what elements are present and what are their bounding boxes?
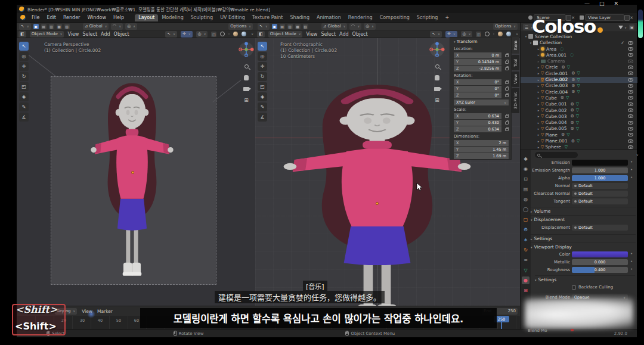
alpha-field[interactable]: 1.000 xyxy=(572,175,628,181)
animate-dot[interactable]: • xyxy=(630,175,633,180)
shading-dropdown[interactable]: ∨ xyxy=(251,32,253,36)
menu-window[interactable]: Window xyxy=(83,14,110,21)
view-menu[interactable]: View xyxy=(67,32,79,37)
visibility-eye-icon[interactable] xyxy=(628,145,633,149)
visibility-eye-icon[interactable] xyxy=(628,114,633,118)
select-box-tool[interactable]: ↖ xyxy=(19,42,29,51)
visibility-eye-icon[interactable] xyxy=(628,127,633,130)
panel-title[interactable]: ▾ Transform xyxy=(454,39,478,44)
material-tab-icon[interactable]: ● xyxy=(522,276,530,284)
transform-orientation-dropdown[interactable]: ⊿Global∨ xyxy=(83,23,109,30)
shading-solid-button[interactable] xyxy=(228,33,230,35)
workspace-tab-uv-editing[interactable]: UV Editing xyxy=(216,14,249,21)
lock-icon[interactable] xyxy=(505,115,509,118)
snap-toggle[interactable]: ◡∨ xyxy=(111,23,123,30)
physics-tab-icon[interactable]: ↻ xyxy=(522,246,530,254)
select-mode-invert-icon[interactable]: ▦ xyxy=(295,24,301,29)
outliner-collection[interactable]: ▾Collection ✓ xyxy=(521,40,637,46)
lock-icon[interactable] xyxy=(505,61,509,64)
outliner-item[interactable]: ▸Area◌ xyxy=(521,46,637,52)
xray-toggle[interactable]: ◫ xyxy=(476,32,481,37)
filter-funnel-icon[interactable] xyxy=(618,26,623,29)
select-mode-extend-icon[interactable]: ▤ xyxy=(280,24,285,29)
select-mode-extend-icon[interactable]: ▤ xyxy=(41,24,47,29)
location-y-field[interactable]: Y0.14349 m xyxy=(454,59,501,65)
workspace-tab-layout[interactable]: Layout xyxy=(135,14,158,21)
outliner-item[interactable]: ▸▽Circle⚙▽ xyxy=(521,64,637,70)
emission-color-field[interactable] xyxy=(572,160,628,166)
options-dropdown[interactable]: Options∨ xyxy=(228,23,253,30)
menu-file[interactable]: File xyxy=(28,14,43,21)
outliner-item-selected[interactable]: ▸▽Circle.002⚙▽ xyxy=(521,77,637,83)
outliner-item[interactable]: ▸▽Cube.004⚙▽ xyxy=(521,120,637,126)
close-button[interactable]: ✕ xyxy=(614,1,619,7)
shading-rendered-button[interactable] xyxy=(242,32,246,36)
overlays-dropdown[interactable]: ◎∨ xyxy=(196,31,208,38)
navigation-gizmo[interactable] xyxy=(429,42,445,57)
sidebar-tab-item[interactable]: Item xyxy=(512,37,519,54)
outliner-item[interactable]: ▸▽Cube⚙▽ xyxy=(521,95,637,101)
select-mode-invert-icon[interactable]: ▦ xyxy=(57,24,62,29)
rotation-z-field[interactable]: Z0° xyxy=(454,92,501,98)
cursor-tool[interactable]: ◎ xyxy=(258,52,267,61)
menu-render[interactable]: Render xyxy=(60,14,83,21)
select-mode-intersect-icon[interactable]: ▧ xyxy=(303,24,308,29)
workspace-tab-compositing[interactable]: Compositing xyxy=(376,14,413,21)
editor-type-dropdown[interactable]: ◧ xyxy=(18,31,26,38)
blender-menu-icon[interactable] xyxy=(20,15,26,20)
constraints-tab-icon[interactable]: ≡ xyxy=(522,256,530,264)
select-mode-new-icon[interactable]: ▣ xyxy=(272,24,277,29)
particles-tab-icon[interactable]: ∗ xyxy=(522,236,530,244)
shading-solid-button[interactable] xyxy=(493,33,494,35)
view-layer-tab-icon[interactable]: ▤ xyxy=(522,185,530,193)
new-view-layer-button[interactable] xyxy=(624,15,630,21)
delete-view-layer-button[interactable]: ✕ xyxy=(630,15,633,20)
object-menu[interactable]: Object xyxy=(114,32,129,37)
select-visibility-dropdown[interactable]: ↖∨ xyxy=(430,31,442,38)
transform-tool[interactable]: ◈ xyxy=(19,92,29,101)
move-tool[interactable]: ✛ xyxy=(19,62,29,71)
scale-z-field[interactable]: Z0.634 xyxy=(454,126,501,132)
lock-icon[interactable] xyxy=(505,54,509,57)
shading-material-button[interactable] xyxy=(233,32,238,36)
clearcoat-normal-field[interactable]: Default xyxy=(572,191,628,197)
dimensions-y-field[interactable]: Y1.45 m xyxy=(454,147,509,153)
animate-dot[interactable]: • xyxy=(630,251,633,256)
rotation-x-field[interactable]: X0° xyxy=(454,79,501,85)
annotate-tool[interactable]: ✎ xyxy=(258,102,267,111)
lock-icon[interactable] xyxy=(505,88,509,91)
visibility-eye-icon[interactable] xyxy=(628,53,633,57)
location-z-field[interactable]: Z-2.8256 m xyxy=(454,66,501,72)
mode-dropdown[interactable]: Object Mode∨ xyxy=(30,31,64,38)
workspace-tab-texture-paint[interactable]: Texture Paint xyxy=(249,14,287,21)
lock-icon[interactable] xyxy=(505,81,509,84)
select-box-tool[interactable]: ↖ xyxy=(258,42,267,51)
visibility-eye-icon[interactable] xyxy=(628,41,633,45)
lock-icon[interactable] xyxy=(505,67,509,70)
volume-section[interactable]: ▸Volume xyxy=(531,207,636,214)
properties-options-dropdown[interactable]: ∨ xyxy=(636,153,639,157)
add-menu[interactable]: Add xyxy=(101,32,110,37)
overlays-dropdown[interactable]: ◎∨ xyxy=(461,31,473,38)
outliner-item[interactable]: ▸▽Cube.002⚙▽ xyxy=(521,107,637,113)
pan-hand-icon[interactable] xyxy=(433,73,441,82)
animate-dot[interactable]: • xyxy=(630,167,633,172)
snap-toggle[interactable]: ◡∨ xyxy=(349,23,361,30)
select-mode-subtract-icon[interactable]: ▥ xyxy=(287,24,293,29)
editor-type-dropdown[interactable]: ◧ xyxy=(257,31,265,38)
scale-tool[interactable]: ◰ xyxy=(19,82,29,91)
shading-material-button[interactable] xyxy=(498,32,503,36)
mode-dropdown[interactable]: Object Mode∨ xyxy=(268,31,303,38)
visibility-eye-icon[interactable] xyxy=(628,84,633,88)
move-tool[interactable]: ✛ xyxy=(258,62,267,71)
select-mode-intersect-icon[interactable]: ▧ xyxy=(64,24,70,29)
viewport-display-section[interactable]: ▾Viewport Display xyxy=(531,243,636,250)
scale-x-field[interactable]: X0.634 xyxy=(454,113,501,119)
visibility-eye-icon[interactable] xyxy=(628,78,633,82)
gizmo-dropdown[interactable]: ✛∨ xyxy=(445,31,457,38)
displacement-section[interactable]: ▾Displacement xyxy=(531,215,636,222)
visibility-eye-icon[interactable] xyxy=(628,90,633,94)
character-model[interactable] xyxy=(283,69,471,306)
visibility-eye-icon[interactable] xyxy=(628,133,633,136)
roughness-slider[interactable]: 0.400 xyxy=(572,267,628,273)
